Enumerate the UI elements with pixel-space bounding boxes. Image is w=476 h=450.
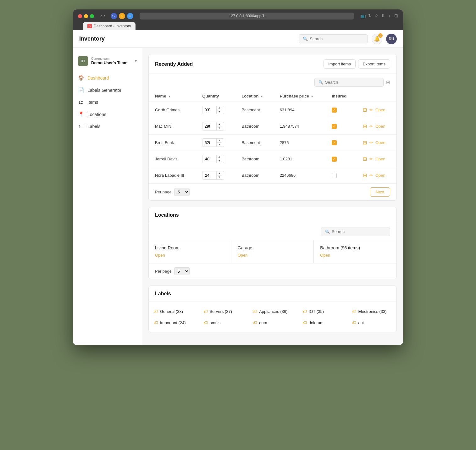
qty-down-2[interactable]: ▼ [217,143,222,147]
open-link-2[interactable]: Open [375,140,385,145]
insured-checked[interactable]: ✓ [332,140,337,145]
edit-icon-0[interactable]: ✏ [369,108,373,112]
label-item-2[interactable]: 🏷 Appliances (36) [248,306,297,317]
locations-search-input[interactable] [332,229,386,234]
label-item-1[interactable]: 🏷 Servers (37) [198,306,248,317]
open-link-1[interactable]: Open [375,124,385,129]
location-open-0[interactable]: Open [155,253,165,258]
label-item-4[interactable]: 🏷 Electronics (33) [347,306,396,317]
locations-per-page-select[interactable]: 5 10 [174,267,190,275]
location-open-2[interactable]: Open [320,253,330,258]
close-button[interactable] [78,14,82,18]
qty-down-3[interactable]: ▼ [217,159,222,163]
grid-view-icon[interactable]: ⊞ [386,79,390,85]
qr-icon-1[interactable]: ⊞ [363,123,367,129]
label-item-7[interactable]: 🏷 eum [248,317,297,328]
nav-back-icon[interactable]: ‹ [100,13,102,19]
open-link-0[interactable]: Open [375,108,385,112]
qty-down-1[interactable]: ▼ [217,126,222,130]
cell-insured-3[interactable]: ✓ [325,151,357,167]
qty-up-4[interactable]: ▲ [217,171,222,175]
edit-icon-3[interactable]: ✏ [369,157,373,161]
active-tab[interactable]: S Dashboard - Inventory [83,22,136,30]
qty-up-2[interactable]: ▲ [217,139,222,143]
refresh-icon[interactable]: ↻ [368,13,372,19]
qty-down-4[interactable]: ▼ [217,175,222,179]
tab-favicon: S [87,24,92,28]
main-content: Recently Added Import items Export items… [142,48,403,345]
qty-input-0[interactable]: ▲ ▼ [202,106,224,114]
cell-insured-0[interactable]: ✓ [325,102,357,118]
maximize-button[interactable] [90,14,94,18]
share-icon[interactable]: ⬆ [381,13,385,19]
minimize-button[interactable] [84,14,88,18]
qty-field-4[interactable] [202,172,216,179]
edit-icon-1[interactable]: ✏ [369,124,373,129]
table-row: Mac MINI ▲ ▼ Bathroom 1.9487574 ✓ ⊞ ✏ Op… [149,118,396,135]
label-name-4: Electronics (33) [358,309,386,314]
location-open-1[interactable]: Open [238,253,248,258]
per-page-select[interactable]: 5 10 25 [174,188,190,196]
open-link-3[interactable]: Open [375,157,385,161]
qty-input-4[interactable]: ▲ ▼ [202,171,224,180]
notification-button[interactable]: 🔔 0 [372,34,382,44]
global-search-input[interactable] [310,36,364,41]
label-item-6[interactable]: 🏷 omnis [198,317,248,328]
cast-icon[interactable]: 📺 [360,13,366,19]
qty-field-0[interactable] [202,106,216,114]
items-search-input[interactable] [325,80,379,85]
team-selector[interactable]: DT Current team Demo User's Team ▾ [73,53,142,69]
qty-field-1[interactable] [202,123,216,130]
next-button[interactable]: Next [370,187,390,197]
label-item-8[interactable]: 🏷 dolorum [297,317,347,328]
qty-input-1[interactable]: ▲ ▼ [202,122,224,131]
export-items-button[interactable]: Export items [358,59,390,69]
open-link-4[interactable]: Open [375,173,385,178]
label-name-8: dolorum [309,320,324,325]
edit-icon-2[interactable]: ✏ [369,140,373,145]
qty-up-3[interactable]: ▲ [217,155,222,159]
label-name-5: Important (24) [160,320,186,325]
insured-empty[interactable] [332,173,337,178]
sidebar-toggle-icon[interactable]: ⊞ [394,13,398,19]
qr-icon-0[interactable]: ⊞ [363,107,367,113]
global-search[interactable]: 🔍 [299,34,368,43]
insured-checked[interactable]: ✓ [332,108,337,113]
nav-forward-icon[interactable]: › [104,13,105,19]
table-row: Jerrell Davis ▲ ▼ Bathroom 1.0281 ✓ ⊞ ✏ … [149,151,396,167]
label-item-3[interactable]: 🏷 IOT (35) [297,306,347,317]
location-card-0: Living Room Open [149,240,231,263]
import-items-button[interactable]: Import items [324,59,356,69]
locations-search[interactable]: 🔍 [321,227,390,236]
qr-icon-2[interactable]: ⊞ [363,140,367,146]
qty-field-3[interactable] [202,155,216,163]
cell-qty-0: ▲ ▼ [196,102,235,118]
edit-icon-4[interactable]: ✏ [369,173,373,178]
label-item-5[interactable]: 🏷 Important (24) [149,317,198,328]
items-search[interactable]: 🔍 [314,78,384,87]
qty-up-1[interactable]: ▲ [217,122,222,126]
label-item-0[interactable]: 🏷 General (38) [149,306,198,317]
sidebar-item-labels[interactable]: 🏷 Labels [73,120,142,132]
avatar[interactable]: DU [386,34,397,44]
qty-field-2[interactable] [202,139,216,146]
insured-checked[interactable]: ✓ [332,157,337,162]
label-item-9[interactable]: 🏷 aut [347,317,396,328]
sidebar-item-locations[interactable]: 📍 Locations [73,108,142,120]
new-tab-icon[interactable]: ＋ [387,13,392,19]
cell-insured-2[interactable]: ✓ [325,135,357,151]
qty-down-0[interactable]: ▼ [217,110,222,114]
sidebar-item-labels-generator[interactable]: 📄 Labels Generator [73,84,142,96]
qr-icon-4[interactable]: ⊞ [363,172,367,178]
bookmark-icon[interactable]: ☆ [374,13,379,19]
cell-insured-4[interactable] [325,167,357,184]
qty-up-0[interactable]: ▲ [217,106,222,110]
qr-icon-3[interactable]: ⊞ [363,156,367,162]
sidebar-item-items[interactable]: 🗂 Items [73,96,142,108]
qty-input-2[interactable]: ▲ ▼ [202,138,224,147]
cell-insured-1[interactable]: ✓ [325,118,357,135]
insured-checked[interactable]: ✓ [332,124,337,129]
sidebar-item-dashboard[interactable]: 🏠 Dashboard [73,72,142,84]
qty-input-3[interactable]: ▲ ▼ [202,155,224,163]
url-bar[interactable]: 127.0.0.1:8000/app/1 [140,13,354,19]
